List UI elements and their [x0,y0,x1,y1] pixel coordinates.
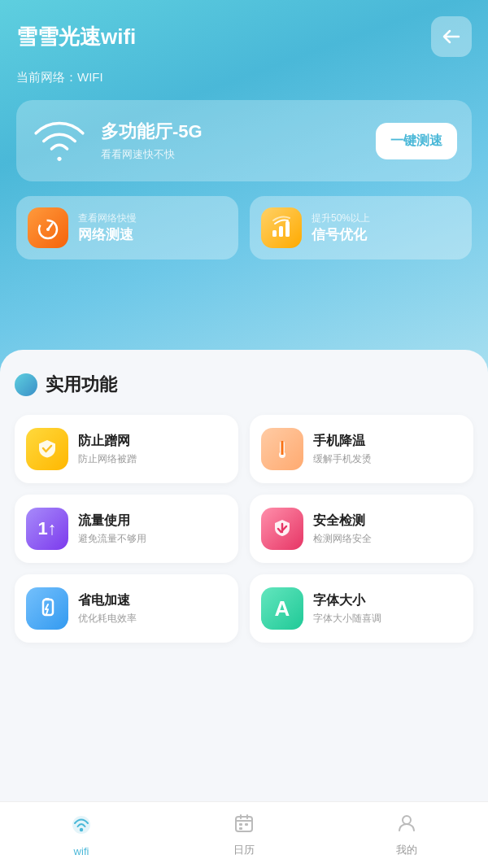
utility-font-size[interactable]: A 字体大小 字体大小随喜调 [250,574,473,643]
nav-item-profile[interactable]: 我的 [325,813,488,857]
bottom-section: 实用功能 防止蹭网 防止网络被蹭 [0,350,488,822]
utility-grid: 防止蹭网 防止网络被蹭 手机降温 缓解手机发烫 [15,415,473,643]
utility-text-security: 安全检测 检测网络安全 [313,513,372,546]
svg-point-9 [281,531,283,533]
section-title-wrap: 实用功能 [15,373,473,397]
profile-nav-label: 我的 [396,843,417,857]
power-save-icon [26,587,68,630]
wifi-info: 多功能厅-5G 看看网速快不快 [101,120,376,162]
utility-main-0: 防止蹭网 [78,433,137,450]
data-usage-text-icon: 1↑ [37,518,56,539]
utility-main-4: 省电加速 [78,592,137,609]
utility-sub-2: 避免流量不够用 [78,532,146,546]
font-size-text-icon: A [275,596,290,622]
svg-rect-11 [45,598,50,600]
signal-feature-icon [261,207,302,248]
app-container: 雪雪光速wifi 当前网络：WIFI 多功能厅-5G 看看网速快不快 一键测速 [0,0,488,868]
utility-sub-5: 字体大小随喜调 [313,612,381,626]
feature-text-signal: 提升50%以上 信号优化 [312,212,370,244]
utility-sub-0: 防止网络被蹭 [78,452,137,466]
utility-text-power-save: 省电加速 优化耗电效率 [78,592,137,626]
utility-power-save[interactable]: 省电加速 优化耗电效率 [15,574,238,643]
wifi-card: 多功能厅-5G 看看网速快不快 一键测速 [16,100,472,181]
svg-rect-20 [239,827,242,830]
utility-sub-1: 缓解手机发烫 [313,452,372,466]
section-title: 实用功能 [46,373,117,397]
wifi-large-icon [31,116,88,165]
feature-card-speed[interactable]: 查看网络快慢 网络测速 [16,196,238,260]
top-section: 雪雪光速wifi 当前网络：WIFI 多功能厅-5G 看看网速快不快 一键测速 [0,0,488,374]
feature-row: 查看网络快慢 网络测速 提升50%以上 信号优化 [16,196,472,260]
utility-security-check[interactable]: 安全检测 检测网络安全 [250,495,473,563]
wifi-nav-icon [70,813,93,842]
svg-rect-14 [236,817,252,831]
header: 雪雪光速wifi [16,16,472,57]
svg-rect-18 [239,823,242,826]
security-check-icon [261,508,303,550]
feature-main-speed: 网络测速 [78,225,137,244]
svg-rect-10 [43,600,53,615]
calendar-nav-label: 日历 [233,843,255,857]
data-usage-icon: 1↑ [26,508,68,550]
wifi-name: 多功能厅-5G [101,120,376,144]
back-button[interactable] [431,16,472,57]
svg-rect-19 [245,823,248,826]
calendar-nav-icon [233,813,255,840]
feature-text-speed: 查看网络快慢 网络测速 [78,212,137,244]
network-label: 当前网络：WIFI [16,70,472,85]
utility-main-1: 手机降温 [313,433,372,450]
svg-rect-4 [279,226,283,237]
svg-point-21 [403,816,411,824]
nav-item-calendar[interactable]: 日历 [163,813,325,857]
svg-point-2 [46,228,50,231]
app-title: 雪雪光速wifi [16,23,136,51]
utility-text-phone-cooling: 手机降温 缓解手机发烫 [313,433,372,466]
svg-point-13 [80,827,83,831]
utility-text-font-size: 字体大小 字体大小随喜调 [313,592,381,626]
feature-sub-speed: 查看网络快慢 [78,212,137,225]
wifi-nav-label: wifi [74,845,89,857]
svg-rect-5 [285,221,290,237]
utility-sub-4: 优化耗电效率 [78,612,137,626]
speed-test-button[interactable]: 一键测速 [376,123,457,159]
wifi-subtitle: 看看网速快不快 [101,147,376,162]
bottom-nav: wifi 日历 [0,801,488,868]
feature-sub-signal: 提升50%以上 [312,212,370,225]
utility-text-prevent-freeload: 防止蹭网 防止网络被蹭 [78,433,137,466]
speed-feature-icon [28,207,68,248]
utility-main-2: 流量使用 [78,513,146,530]
utility-main-3: 安全检测 [313,513,372,530]
utility-text-data-usage: 流量使用 避免流量不够用 [78,513,146,546]
phone-cooling-icon [261,428,303,470]
prevent-freeload-icon [26,428,68,470]
utility-phone-cooling[interactable]: 手机降温 缓解手机发烫 [250,415,473,483]
feature-main-signal: 信号优化 [312,225,370,244]
font-size-icon: A [261,587,303,630]
svg-rect-3 [272,230,277,237]
utility-sub-3: 检测网络安全 [313,532,372,546]
profile-nav-icon [396,813,417,840]
nav-item-wifi[interactable]: wifi [0,813,163,857]
utility-main-5: 字体大小 [313,592,381,609]
feature-card-signal[interactable]: 提升50%以上 信号优化 [250,196,472,260]
utility-prevent-freeload[interactable]: 防止蹭网 防止网络被蹭 [15,415,238,483]
section-dot [15,373,37,396]
utility-data-usage[interactable]: 1↑ 流量使用 避免流量不够用 [15,495,238,563]
